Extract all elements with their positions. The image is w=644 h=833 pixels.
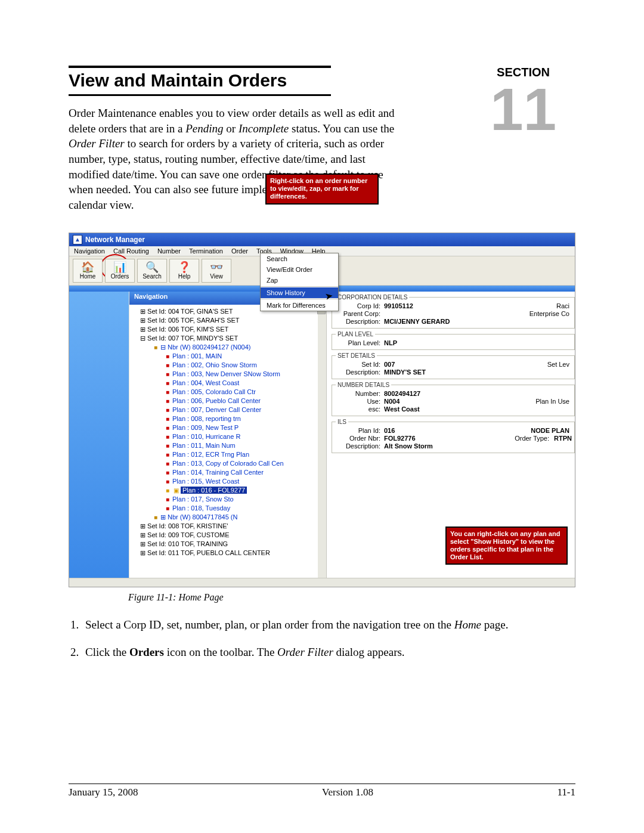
menu-item[interactable]: Order — [231, 247, 248, 255]
label: Order Type: — [515, 435, 552, 442]
app-window: ▲ Network Manager NavigationCall Routing… — [69, 233, 575, 587]
tree-icon: ■ — [164, 414, 171, 423]
help-icon: ❓ — [178, 262, 191, 272]
tree-icon: ■ — [152, 343, 159, 352]
tree-item[interactable]: ■Plan : 003, New Denver SNow Storm — [134, 370, 325, 379]
menu-item[interactable]: Number — [157, 247, 181, 255]
tree-icon: ■ — [164, 432, 171, 441]
tree-item[interactable]: ⊟ Set Id: 007 TOF, MINDY'S SET — [134, 334, 325, 343]
search-icon: 🔍 — [145, 262, 159, 272]
app-icon: ▲ — [73, 235, 82, 244]
tree-icon: ■ — [164, 370, 171, 379]
step-item: Select a Corp ID, set, number, plan, or … — [82, 616, 575, 633]
tree-item[interactable]: ⊞ Set Id: 008 TOF, KRISTINE' — [134, 522, 325, 531]
tree-icon: ■ — [164, 495, 171, 504]
toolbar-orders-button[interactable]: 📊Orders — [105, 259, 135, 283]
step-item: Click the Orders icon on the toolbar. Th… — [82, 643, 575, 661]
context-menu-item[interactable]: Zap — [261, 275, 338, 286]
tree-item[interactable]: ■Plan : 013, Copy of Colorado Call Cen — [134, 459, 325, 468]
value: 99105112 — [384, 302, 413, 309]
tree-item[interactable]: ■Plan : 002, Ohio Snow Storm — [134, 361, 325, 370]
tree-icon: ■ — [152, 513, 159, 522]
tree-item[interactable]: ■Plan : 006, Pueblo Call Center — [134, 397, 325, 405]
view-icon: 👓 — [210, 262, 223, 272]
node-plan-link[interactable]: NODE PLAN — [531, 427, 572, 434]
context-menu-item[interactable]: Search — [261, 253, 338, 264]
label: Number: — [336, 390, 380, 397]
status-bar — [69, 578, 575, 587]
scrollbar[interactable] — [318, 305, 326, 578]
tree-item[interactable]: ⊞ Set Id: 010 TOF, TRAINING — [134, 540, 325, 549]
tree-item[interactable]: ■Plan : 001, MAIN — [134, 352, 325, 361]
value: RTPN — [554, 435, 572, 442]
value: MINDY'S SET — [384, 368, 426, 376]
group-legend: SET DETAILS — [336, 352, 377, 359]
toolbar-label: Orders — [111, 273, 129, 280]
toolbar-search-button[interactable]: 🔍Search — [137, 259, 167, 283]
value: FOL92776 — [384, 435, 416, 442]
tree-item[interactable]: ■Plan : 017, Snow Sto — [134, 495, 325, 504]
callout-box: Right-click on an order number to view/e… — [265, 174, 379, 205]
tree-item[interactable]: ⊞ Set Id: 009 TOF, CUSTOME — [134, 531, 325, 540]
menu-item[interactable]: Navigation — [74, 247, 105, 255]
value: Alt Snow Storm — [384, 442, 433, 450]
tree-icon: ■ — [164, 352, 171, 361]
tree-item[interactable]: ⊞ Set Id: 006 TOF, KIM'S SET — [134, 325, 325, 334]
group-legend: NUMBER DETAILS — [336, 382, 391, 388]
footer-page: 11-1 — [557, 786, 575, 798]
tree-item[interactable]: ■Plan : 018, Tuesday — [134, 504, 325, 513]
tree-icon: ■ — [164, 450, 171, 459]
navigation-tree[interactable]: ⊞ Set Id: 004 TOF, GINA'S SET⊞ Set Id: 0… — [129, 305, 326, 578]
toolbar-view-button[interactable]: 👓View — [202, 259, 231, 283]
menu-item[interactable]: Termination — [189, 247, 223, 255]
tree-icon: ■ — [164, 361, 171, 370]
tree-item[interactable]: ■Plan : 014, Training Call Center — [134, 468, 325, 477]
value: NLP — [384, 339, 397, 346]
toolbar-help-button[interactable]: ❓Help — [169, 259, 199, 283]
tree-item[interactable]: ■Plan : 012, ECR Trng Plan — [134, 450, 325, 459]
tree-icon: ■ — [164, 405, 171, 414]
tree-item[interactable]: ⊞ Set Id: 011 TOF, PUEBLO CALL CENTER — [134, 549, 325, 558]
toolbar-label: View — [210, 273, 223, 280]
left-gutter — [69, 292, 129, 578]
tree-item[interactable]: ■Plan : 011, Main Num — [134, 441, 325, 450]
context-menu-item[interactable]: View/Edit Order — [261, 264, 338, 275]
tree-item[interactable]: ■⊟ Nbr (W) 8002494127 (N004) — [134, 343, 325, 352]
label: Set Lev — [547, 361, 572, 368]
tree-item[interactable]: ■Plan : 005, Colorado Call Ctr — [134, 388, 325, 397]
label: Plan In Use — [535, 398, 572, 405]
tree-item[interactable]: ■Plan : 015, West Coast — [134, 477, 325, 486]
tree-icon: ■ — [164, 441, 171, 450]
label: esc: — [336, 405, 380, 413]
tree-item[interactable]: ■Plan : 010, Hurricane R — [134, 432, 325, 441]
group-legend: PLAN LEVEL — [336, 331, 375, 337]
label: Description: — [336, 442, 380, 450]
group-legend: CORPORATION DETAILS — [336, 294, 409, 301]
footer-version: Version 1.08 — [322, 786, 373, 798]
tree-icon: ■ — [164, 459, 171, 468]
context-menu[interactable]: SearchView/Edit OrderZapShow HistoryMark… — [260, 253, 339, 311]
value: West Coast — [384, 405, 420, 413]
tree-icon: ■ — [164, 397, 171, 405]
value: 8002494127 — [384, 390, 420, 397]
toolbar-home-button[interactable]: 🏠Home — [73, 259, 103, 283]
tree-item[interactable]: ■Plan : 004, West Coast — [134, 379, 325, 388]
tree-item[interactable]: ■⊞ Nbr (W) 8004717845 (N — [134, 513, 325, 522]
section-number: 11 — [471, 85, 575, 133]
tree-item[interactable]: ■Plan : 008, reporting trn — [134, 414, 325, 423]
window-titlebar: ▲ Network Manager — [69, 233, 575, 246]
rule — [69, 94, 331, 96]
label: Description: — [336, 368, 380, 376]
footer-date: January 15, 2008 — [69, 786, 138, 798]
menu-item[interactable]: Call Routing — [113, 247, 149, 255]
value: 007 — [384, 361, 395, 368]
callout-box: You can right-click on any plan and sele… — [445, 527, 568, 565]
tree-item[interactable]: ■Plan : 007, Denver Call Center — [134, 405, 325, 414]
tree-item[interactable]: ⊞ Set Id: 005 TOF, SARAH'S SET — [134, 316, 325, 325]
window-title: Network Manager — [85, 236, 145, 244]
tree-item[interactable]: ■Plan : 009, New Test P — [134, 423, 325, 432]
tree-icon: ■ — [164, 468, 171, 477]
label: Description: — [336, 318, 380, 325]
tree-item[interactable]: ■▣Plan : 016 - FOL9277 — [134, 486, 325, 495]
label: Order Nbr: — [336, 435, 380, 442]
